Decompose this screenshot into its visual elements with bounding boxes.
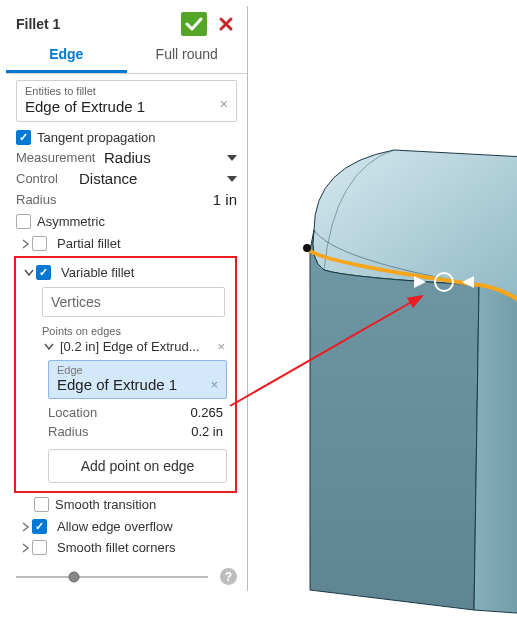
chevron-down-icon	[22, 268, 36, 277]
measurement-row[interactable]: Measurement Radius	[16, 149, 237, 166]
entities-to-fillet-field[interactable]: Entities to fillet Edge of Extrude 1 ×	[16, 80, 237, 122]
asymmetric-row[interactable]: Asymmetric	[16, 214, 237, 229]
svg-point-0	[303, 244, 311, 252]
measurement-value: Radius	[104, 149, 151, 166]
points-on-edges-label: Points on edges	[42, 325, 229, 337]
radius-label: Radius	[16, 192, 96, 207]
entities-label: Entities to fillet	[25, 85, 230, 97]
radius-row[interactable]: Radius 1 in	[16, 191, 237, 208]
tangent-propagation-label: Tangent propagation	[37, 130, 156, 145]
smooth-transition-label: Smooth transition	[55, 497, 156, 512]
chevron-right-icon	[18, 522, 32, 532]
dropdown-caret-icon	[227, 176, 237, 182]
chevron-down-icon	[42, 342, 56, 351]
vertices-field[interactable]: Vertices	[42, 287, 225, 317]
asymmetric-checkbox[interactable]	[16, 214, 31, 229]
tab-edge[interactable]: Edge	[6, 40, 127, 73]
asymmetric-label: Asymmetric	[37, 214, 105, 229]
point-radius-label: Radius	[48, 424, 88, 439]
cancel-button[interactable]	[213, 12, 239, 36]
tangent-propagation-checkbox[interactable]	[16, 130, 31, 145]
smooth-fillet-corners-label: Smooth fillet corners	[57, 540, 176, 555]
allow-edge-overflow-label: Allow edge overflow	[57, 519, 173, 534]
model-viewport[interactable]	[254, 70, 512, 610]
smooth-transition-row[interactable]: Smooth transition	[16, 497, 237, 512]
location-value: 0.265	[190, 405, 227, 420]
accept-button[interactable]	[181, 12, 207, 36]
radius-value: 1 in	[213, 191, 237, 208]
entities-clear-icon[interactable]: ×	[220, 96, 228, 112]
panel-titlebar: Fillet 1	[6, 6, 247, 38]
point-radius-value: 0.2 in	[191, 424, 227, 439]
fillet-panel: Fillet 1 Edge Full round Entities to fil…	[6, 6, 248, 591]
point-item-summary: [0.2 in] Edge of Extrud...	[60, 339, 199, 354]
add-point-on-edge-button[interactable]: Add point on edge	[48, 449, 227, 483]
control-value: Distance	[79, 170, 137, 187]
allow-edge-overflow-row[interactable]: Allow edge overflow	[16, 516, 237, 537]
variable-fillet-section: Variable fillet Vertices Points on edges…	[14, 256, 237, 493]
point-edge-label: Edge	[57, 364, 220, 376]
variable-fillet-row[interactable]: Variable fillet	[22, 262, 229, 283]
smooth-fillet-corners-checkbox[interactable]	[32, 540, 47, 555]
tab-full-round[interactable]: Full round	[127, 40, 248, 73]
point-edge-value: Edge of Extrude 1	[57, 376, 220, 393]
point-radius-row[interactable]: Radius 0.2 in	[48, 424, 227, 439]
panel-footer: ?	[6, 562, 247, 591]
partial-fillet-label: Partial fillet	[57, 236, 121, 251]
point-edge-clear-icon[interactable]: ×	[210, 377, 218, 392]
measurement-label: Measurement	[16, 150, 96, 165]
partial-fillet-row[interactable]: Partial fillet	[16, 233, 237, 254]
entities-value: Edge of Extrude 1	[25, 98, 230, 115]
slider-thumb[interactable]	[68, 571, 79, 582]
point-edge-field[interactable]: Edge Edge of Extrude 1 ×	[48, 360, 227, 399]
variable-fillet-label: Variable fillet	[61, 265, 134, 280]
model-svg	[254, 70, 517, 630]
location-label: Location	[48, 405, 97, 420]
tab-bar: Edge Full round	[6, 40, 247, 74]
point-item-remove-icon[interactable]: ×	[217, 339, 229, 354]
point-item-row[interactable]: [0.2 in] Edge of Extrud... ×	[22, 337, 229, 356]
tangent-propagation-row[interactable]: Tangent propagation	[16, 130, 237, 145]
control-row[interactable]: Control Distance	[16, 170, 237, 187]
panel-title: Fillet 1	[16, 16, 60, 32]
location-row[interactable]: Location 0.265	[48, 405, 227, 420]
help-icon[interactable]: ?	[220, 568, 237, 585]
allow-edge-overflow-checkbox[interactable]	[32, 519, 47, 534]
partial-fillet-checkbox[interactable]	[32, 236, 47, 251]
opacity-slider[interactable]	[16, 576, 208, 578]
variable-fillet-checkbox[interactable]	[36, 265, 51, 280]
dropdown-caret-icon	[227, 155, 237, 161]
smooth-fillet-corners-row[interactable]: Smooth fillet corners	[16, 537, 237, 558]
control-label: Control	[16, 171, 71, 186]
smooth-transition-checkbox[interactable]	[34, 497, 49, 512]
chevron-right-icon	[18, 543, 32, 553]
chevron-right-icon	[18, 239, 32, 249]
